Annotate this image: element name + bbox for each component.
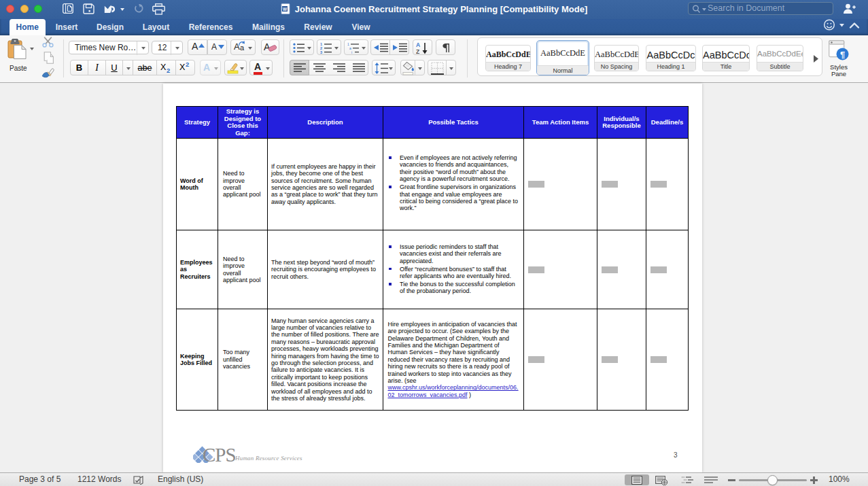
- svg-text:CPS: CPS: [203, 445, 236, 463]
- svg-text:Z: Z: [416, 48, 419, 54]
- svg-text:3: 3: [320, 50, 322, 54]
- svg-text:¶: ¶: [840, 50, 845, 60]
- svg-text:i: i: [351, 50, 352, 54]
- svg-text:W: W: [283, 7, 288, 12]
- svg-text:A: A: [416, 41, 420, 48]
- svg-text:Human Resource Services: Human Resource Services: [235, 455, 302, 462]
